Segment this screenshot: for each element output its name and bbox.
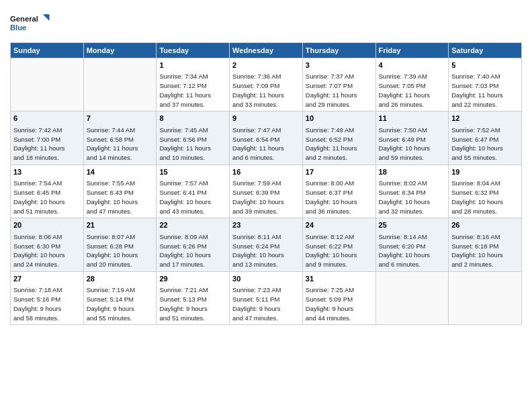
day-number: 9: [232, 113, 300, 124]
svg-text:Blue: Blue: [10, 24, 26, 32]
calendar-cell: [449, 271, 522, 324]
day-number: 15: [159, 167, 226, 177]
day-number: 24: [306, 220, 373, 230]
calendar-cell: 11Sunrise: 7:50 AM Sunset: 6:49 PM Dayli…: [375, 111, 449, 165]
calendar-cell: 4Sunrise: 7:39 AM Sunset: 7:05 PM Daylig…: [375, 58, 449, 111]
weekday-header: Saturday: [449, 43, 522, 58]
weekday-header: Thursday: [302, 43, 375, 58]
calendar-page: General Blue SundayMondayTuesdayWednesda…: [0, 0, 532, 411]
day-number: 23: [232, 220, 300, 230]
weekday-header: Tuesday: [157, 43, 230, 58]
day-info: Sunrise: 8:16 AM Sunset: 6:18 PM Dayligh…: [451, 232, 519, 269]
calendar-cell: 31Sunrise: 7:25 AM Sunset: 5:09 PM Dayli…: [302, 271, 375, 324]
calendar-week-row: 6Sunrise: 7:42 AM Sunset: 7:00 PM Daylig…: [11, 111, 522, 165]
day-info: Sunrise: 7:54 AM Sunset: 6:45 PM Dayligh…: [13, 179, 81, 216]
day-info: Sunrise: 7:36 AM Sunset: 7:09 PM Dayligh…: [232, 72, 300, 109]
day-info: Sunrise: 7:49 AM Sunset: 6:52 PM Dayligh…: [306, 126, 373, 163]
day-info: Sunrise: 8:14 AM Sunset: 6:20 PM Dayligh…: [379, 232, 446, 269]
day-number: 18: [379, 167, 446, 177]
day-info: Sunrise: 8:09 AM Sunset: 6:26 PM Dayligh…: [159, 232, 226, 269]
calendar-cell: 21Sunrise: 8:07 AM Sunset: 6:28 PM Dayli…: [83, 218, 157, 271]
day-number: 6: [13, 113, 81, 124]
day-number: 13: [13, 167, 81, 177]
day-number: 21: [87, 220, 154, 230]
calendar-cell: 1Sunrise: 7:34 AM Sunset: 7:12 PM Daylig…: [157, 58, 230, 111]
calendar-cell: 5Sunrise: 7:40 AM Sunset: 7:03 PM Daylig…: [449, 58, 522, 111]
calendar-cell: 7Sunrise: 7:44 AM Sunset: 6:58 PM Daylig…: [83, 111, 157, 165]
day-info: Sunrise: 7:45 AM Sunset: 6:56 PM Dayligh…: [159, 126, 226, 163]
page-header: General Blue: [10, 10, 522, 36]
calendar-week-row: 20Sunrise: 8:06 AM Sunset: 6:30 PM Dayli…: [11, 218, 522, 271]
svg-marker-2: [43, 14, 50, 21]
day-info: Sunrise: 7:42 AM Sunset: 7:00 PM Dayligh…: [13, 126, 81, 163]
calendar-cell: 17Sunrise: 8:00 AM Sunset: 6:37 PM Dayli…: [302, 165, 375, 218]
day-number: 5: [451, 60, 519, 71]
calendar-cell: 19Sunrise: 8:04 AM Sunset: 6:32 PM Dayli…: [449, 165, 522, 218]
day-info: Sunrise: 7:47 AM Sunset: 6:54 PM Dayligh…: [232, 126, 300, 163]
day-info: Sunrise: 7:55 AM Sunset: 6:43 PM Dayligh…: [87, 179, 154, 216]
day-number: 2: [232, 60, 300, 71]
day-number: 8: [159, 113, 226, 124]
calendar-cell: 30Sunrise: 7:23 AM Sunset: 5:11 PM Dayli…: [230, 271, 303, 324]
calendar-cell: 14Sunrise: 7:55 AM Sunset: 6:43 PM Dayli…: [83, 165, 157, 218]
calendar-cell: 22Sunrise: 8:09 AM Sunset: 6:26 PM Dayli…: [157, 218, 230, 271]
day-number: 31: [306, 274, 373, 284]
day-info: Sunrise: 8:07 AM Sunset: 6:28 PM Dayligh…: [87, 232, 154, 269]
day-number: 14: [87, 167, 154, 177]
day-number: 11: [379, 113, 446, 124]
day-number: 29: [159, 274, 226, 284]
day-number: 12: [451, 113, 519, 124]
day-number: 26: [451, 220, 519, 230]
calendar-cell: 18Sunrise: 8:02 AM Sunset: 6:34 PM Dayli…: [375, 165, 449, 218]
logo-icon: General Blue: [10, 10, 50, 36]
calendar-table: SundayMondayTuesdayWednesdayThursdayFrid…: [10, 42, 522, 325]
day-info: Sunrise: 8:02 AM Sunset: 6:34 PM Dayligh…: [379, 179, 446, 216]
weekday-header-row: SundayMondayTuesdayWednesdayThursdayFrid…: [11, 43, 522, 58]
day-number: 22: [159, 220, 226, 230]
day-info: Sunrise: 7:18 AM Sunset: 5:16 PM Dayligh…: [13, 285, 81, 322]
calendar-cell: 24Sunrise: 8:12 AM Sunset: 6:22 PM Dayli…: [302, 218, 375, 271]
calendar-cell: 2Sunrise: 7:36 AM Sunset: 7:09 PM Daylig…: [230, 58, 303, 111]
day-info: Sunrise: 7:34 AM Sunset: 7:12 PM Dayligh…: [159, 72, 226, 109]
day-info: Sunrise: 8:04 AM Sunset: 6:32 PM Dayligh…: [451, 179, 519, 216]
calendar-cell: [375, 271, 449, 324]
day-info: Sunrise: 8:06 AM Sunset: 6:30 PM Dayligh…: [13, 232, 81, 269]
day-info: Sunrise: 8:00 AM Sunset: 6:37 PM Dayligh…: [306, 179, 373, 216]
day-info: Sunrise: 7:57 AM Sunset: 6:41 PM Dayligh…: [159, 179, 226, 216]
svg-text:General: General: [10, 15, 38, 23]
logo: General Blue: [10, 10, 50, 36]
day-number: 1: [159, 60, 226, 71]
calendar-cell: 6Sunrise: 7:42 AM Sunset: 7:00 PM Daylig…: [11, 111, 84, 165]
calendar-cell: 20Sunrise: 8:06 AM Sunset: 6:30 PM Dayli…: [11, 218, 84, 271]
day-info: Sunrise: 7:44 AM Sunset: 6:58 PM Dayligh…: [87, 126, 154, 163]
day-info: Sunrise: 7:50 AM Sunset: 6:49 PM Dayligh…: [379, 126, 446, 163]
day-number: 17: [306, 167, 373, 177]
day-number: 3: [306, 60, 373, 71]
day-info: Sunrise: 7:52 AM Sunset: 6:47 PM Dayligh…: [451, 126, 519, 163]
calendar-week-row: 1Sunrise: 7:34 AM Sunset: 7:12 PM Daylig…: [11, 58, 522, 111]
calendar-cell: 8Sunrise: 7:45 AM Sunset: 6:56 PM Daylig…: [157, 111, 230, 165]
calendar-cell: 12Sunrise: 7:52 AM Sunset: 6:47 PM Dayli…: [449, 111, 522, 165]
calendar-week-row: 27Sunrise: 7:18 AM Sunset: 5:16 PM Dayli…: [11, 271, 522, 324]
calendar-cell: 27Sunrise: 7:18 AM Sunset: 5:16 PM Dayli…: [11, 271, 84, 324]
day-number: 27: [13, 274, 81, 284]
day-info: Sunrise: 7:25 AM Sunset: 5:09 PM Dayligh…: [306, 285, 373, 322]
day-info: Sunrise: 8:11 AM Sunset: 6:24 PM Dayligh…: [232, 232, 300, 269]
day-info: Sunrise: 7:40 AM Sunset: 7:03 PM Dayligh…: [451, 72, 519, 109]
day-number: 25: [379, 220, 446, 230]
day-number: 28: [87, 274, 154, 284]
weekday-header: Monday: [83, 43, 157, 58]
calendar-cell: 26Sunrise: 8:16 AM Sunset: 6:18 PM Dayli…: [449, 218, 522, 271]
weekday-header: Wednesday: [230, 43, 303, 58]
weekday-header: Friday: [375, 43, 449, 58]
day-info: Sunrise: 7:37 AM Sunset: 7:07 PM Dayligh…: [306, 72, 373, 109]
calendar-cell: [83, 58, 157, 111]
day-info: Sunrise: 7:39 AM Sunset: 7:05 PM Dayligh…: [379, 72, 446, 109]
calendar-week-row: 13Sunrise: 7:54 AM Sunset: 6:45 PM Dayli…: [11, 165, 522, 218]
day-info: Sunrise: 7:59 AM Sunset: 6:39 PM Dayligh…: [232, 179, 300, 216]
day-info: Sunrise: 7:23 AM Sunset: 5:11 PM Dayligh…: [232, 285, 300, 322]
day-number: 10: [306, 113, 373, 124]
day-info: Sunrise: 8:12 AM Sunset: 6:22 PM Dayligh…: [306, 232, 373, 269]
calendar-cell: 23Sunrise: 8:11 AM Sunset: 6:24 PM Dayli…: [230, 218, 303, 271]
day-number: 19: [451, 167, 519, 177]
